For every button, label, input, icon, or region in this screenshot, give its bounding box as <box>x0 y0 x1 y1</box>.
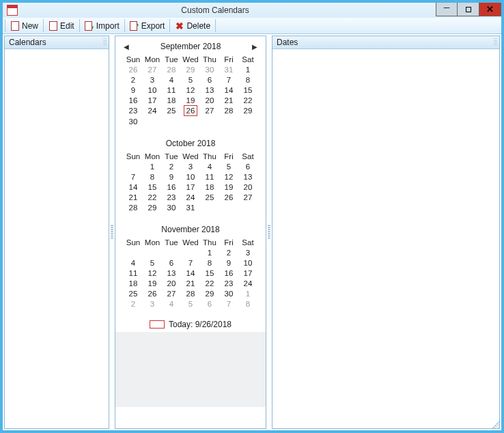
calendar-day[interactable]: 21 <box>219 95 238 105</box>
calendar-day[interactable]: 10 <box>143 85 162 95</box>
calendar-day[interactable]: 4 <box>200 161 219 171</box>
prev-month-button[interactable]: ◀ <box>121 42 132 52</box>
splitter-right[interactable] <box>268 36 270 429</box>
calendar-day[interactable]: 27 <box>200 105 219 116</box>
calendar-day[interactable]: 12 <box>181 85 200 95</box>
calendar-day[interactable]: 31 <box>219 64 238 74</box>
calendar-day[interactable]: 27 <box>238 192 257 202</box>
calendar-day[interactable]: 20 <box>238 182 257 192</box>
calendar-day[interactable]: 9 <box>162 171 181 182</box>
calendar-day[interactable]: 3 <box>238 247 257 257</box>
calendar-day[interactable]: 28 <box>181 288 200 298</box>
calendar-day[interactable]: 24 <box>238 278 257 288</box>
calendar-day[interactable]: 23 <box>162 192 181 202</box>
calendar-day[interactable]: 14 <box>181 268 200 278</box>
calendar-day[interactable]: 29 <box>181 64 200 74</box>
calendar-day[interactable]: 4 <box>124 257 143 268</box>
calendar-day[interactable]: 13 <box>238 171 257 182</box>
calendar-day[interactable]: 1 <box>238 64 257 74</box>
calendar-day[interactable]: 7 <box>124 171 143 182</box>
calendar-day[interactable]: 2 <box>124 74 143 85</box>
calendar-day[interactable]: 31 <box>181 202 200 212</box>
calendar-day[interactable]: 15 <box>238 85 257 95</box>
calendar-day[interactable]: 8 <box>143 171 162 182</box>
calendar-day[interactable]: 2 <box>162 161 181 171</box>
calendar-day[interactable]: 6 <box>200 74 219 85</box>
calendar-day[interactable]: 21 <box>181 278 200 288</box>
edit-button[interactable]: Edit <box>44 18 79 33</box>
calendar-day[interactable]: 1 <box>238 288 257 298</box>
calendar-day[interactable]: 3 <box>181 161 200 171</box>
calendar-day[interactable]: 4 <box>162 298 181 309</box>
calendar-day[interactable]: 17 <box>143 95 162 105</box>
calendar-day[interactable]: 22 <box>200 278 219 288</box>
month-title[interactable]: November 2018 <box>161 225 219 234</box>
calendar-day[interactable]: 30 <box>162 202 181 212</box>
new-button[interactable]: New <box>6 18 42 33</box>
month-title[interactable]: September 2018 <box>160 42 221 51</box>
calendar-day[interactable]: 19 <box>181 95 200 105</box>
calendar-day[interactable]: 26 <box>124 64 143 74</box>
calendar-day[interactable]: 1 <box>200 247 219 257</box>
minimize-button[interactable]: ─ <box>436 3 458 16</box>
calendar-day[interactable]: 21 <box>124 192 143 202</box>
today-link[interactable]: Today: 9/26/2018 <box>120 320 262 329</box>
calendar-day[interactable]: 18 <box>162 95 181 105</box>
calendar-day[interactable]: 10 <box>238 257 257 268</box>
calendar-day[interactable]: 5 <box>143 257 162 268</box>
import-button[interactable]: ↘ Import <box>81 18 124 33</box>
next-month-button[interactable]: ▶ <box>249 42 260 52</box>
calendar-day[interactable]: 6 <box>200 298 219 309</box>
calendar-day[interactable]: 24 <box>143 105 162 116</box>
month-title[interactable]: October 2018 <box>166 139 216 148</box>
calendar-day[interactable]: 28 <box>162 64 181 74</box>
calendar-day[interactable]: 19 <box>219 182 238 192</box>
calendar-day[interactable]: 13 <box>162 268 181 278</box>
dates-list[interactable] <box>272 49 499 428</box>
calendar-day[interactable]: 30 <box>219 288 238 298</box>
calendar-day[interactable]: 26 <box>181 105 200 116</box>
calendar-day[interactable]: 9 <box>219 257 238 268</box>
calendar-day[interactable]: 12 <box>219 171 238 182</box>
calendar-day[interactable]: 17 <box>181 182 200 192</box>
calendar-day[interactable]: 9 <box>124 85 143 95</box>
calendar-day[interactable]: 16 <box>124 95 143 105</box>
calendars-list[interactable] <box>5 49 109 428</box>
calendar-day[interactable]: 6 <box>162 257 181 268</box>
calendar-day[interactable]: 22 <box>238 95 257 105</box>
calendar-day[interactable]: 18 <box>200 182 219 192</box>
calendar-day[interactable]: 27 <box>162 288 181 298</box>
calendar-day[interactable]: 8 <box>238 298 257 309</box>
calendar-day[interactable]: 16 <box>219 268 238 278</box>
calendar-day[interactable]: 29 <box>143 202 162 212</box>
calendar-day[interactable]: 24 <box>181 192 200 202</box>
calendar-day[interactable]: 30 <box>200 64 219 74</box>
calendar-day[interactable]: 11 <box>162 85 181 95</box>
calendar-day[interactable]: 7 <box>219 74 238 85</box>
calendar-day[interactable]: 29 <box>238 105 257 116</box>
calendar-day[interactable]: 7 <box>181 257 200 268</box>
calendar-day[interactable]: 30 <box>124 116 143 126</box>
calendar-day[interactable]: 7 <box>219 298 238 309</box>
calendar-day[interactable]: 5 <box>181 298 200 309</box>
splitter-left[interactable] <box>111 36 113 429</box>
calendar-day[interactable]: 18 <box>124 278 143 288</box>
close-button[interactable]: ✕ <box>479 3 501 16</box>
calendar-day[interactable]: 28 <box>124 202 143 212</box>
calendar-day[interactable]: 19 <box>143 278 162 288</box>
calendar-day[interactable]: 3 <box>143 74 162 85</box>
calendar-day[interactable]: 26 <box>219 192 238 202</box>
calendar-day[interactable]: 1 <box>143 161 162 171</box>
calendar-day[interactable]: 16 <box>162 182 181 192</box>
calendar-day[interactable]: 8 <box>200 257 219 268</box>
calendar-day[interactable]: 15 <box>143 182 162 192</box>
calendar-day[interactable]: 10 <box>181 171 200 182</box>
calendar-day[interactable]: 28 <box>219 105 238 116</box>
calendar-day[interactable]: 6 <box>238 161 257 171</box>
calendar-day[interactable]: 11 <box>124 268 143 278</box>
calendar-day[interactable]: 2 <box>124 298 143 309</box>
calendar-day[interactable]: 4 <box>162 74 181 85</box>
calendar-day[interactable]: 29 <box>200 288 219 298</box>
calendar-day[interactable]: 8 <box>238 74 257 85</box>
calendar-day[interactable]: 11 <box>200 171 219 182</box>
